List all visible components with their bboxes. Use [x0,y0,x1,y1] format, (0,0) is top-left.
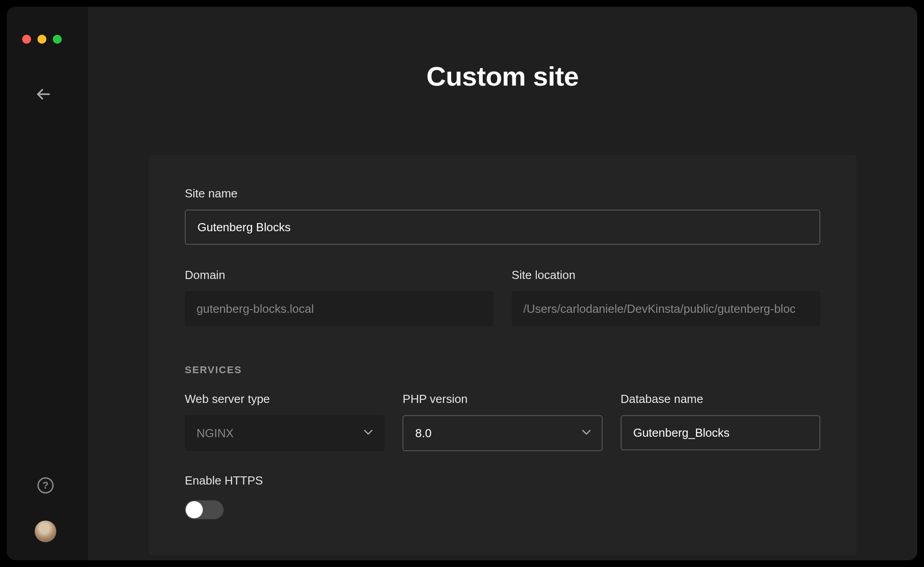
services-row: Web server type NGINX PHP version [185,392,820,451]
page-title: Custom site [426,61,579,92]
site-name-label: Site name [185,187,820,201]
user-avatar[interactable] [35,521,56,542]
domain-label: Domain [185,268,494,282]
arrow-left-icon [37,88,50,101]
site-location-input [512,291,820,326]
toggle-knob [186,501,203,518]
sidebar-bottom: ? [35,477,56,542]
back-button[interactable] [37,84,56,104]
web-server-group: Web server type NGINX [185,392,384,451]
web-server-select: NGINX [185,415,384,451]
web-server-select-wrap: NGINX [185,415,384,451]
main-content: Custom site Site name Domain Site locati… [88,7,917,560]
database-name-input[interactable] [621,415,820,450]
window-controls [22,35,88,44]
domain-group: Domain [185,268,494,326]
https-label: Enable HTTPS [185,474,820,488]
site-location-group: Site location [512,268,820,326]
php-version-label: PHP version [403,392,602,406]
close-window-button[interactable] [22,35,31,44]
database-name-label: Database name [621,392,820,406]
domain-input [185,291,494,326]
maximize-window-button[interactable] [53,35,62,44]
site-name-group: Site name [185,187,820,245]
web-server-label: Web server type [185,392,384,406]
sidebar: ? [7,7,88,560]
php-version-group: PHP version 8.0 [403,392,602,451]
question-icon: ? [42,480,48,491]
https-toggle[interactable] [185,500,224,519]
web-server-value: NGINX [197,426,233,440]
minimize-window-button[interactable] [37,35,46,44]
php-version-select[interactable]: 8.0 [403,415,602,451]
help-button[interactable]: ? [37,477,54,494]
services-heading: SERVICES [185,364,820,376]
php-version-value: 8.0 [415,426,431,440]
form-panel: Site name Domain Site location SERVICES [149,155,856,555]
php-version-select-wrap: 8.0 [403,415,602,451]
site-name-input[interactable] [185,210,820,245]
https-group: Enable HTTPS [185,474,820,519]
domain-location-row: Domain Site location [185,268,820,350]
site-location-label: Site location [512,268,820,282]
app-window: ? Custom site Site name Domain Site loca… [7,7,917,560]
database-name-group: Database name [621,392,820,451]
